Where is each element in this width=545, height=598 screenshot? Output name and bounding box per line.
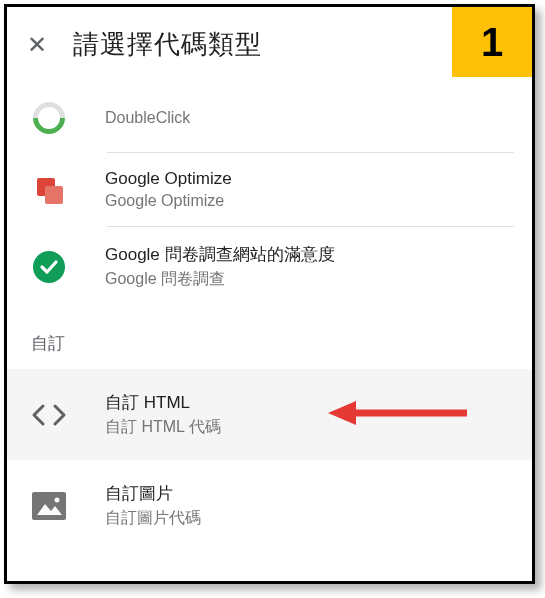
tag-type-google-optimize[interactable]: Google Optimize Google Optimize [7, 153, 532, 226]
item-subtitle: 自訂 HTML 代碼 [105, 417, 512, 438]
image-icon [31, 488, 67, 524]
item-subtitle: 自訂圖片代碼 [105, 508, 512, 529]
code-icon [31, 397, 67, 433]
section-header-custom: 自訂 [7, 306, 532, 369]
tag-type-doubleclick[interactable]: DoubleClick [7, 84, 532, 152]
tag-type-custom-image[interactable]: 自訂圖片 自訂圖片代碼 [7, 460, 532, 545]
item-title: 自訂圖片 [105, 482, 512, 505]
dialog-header: ✕ 請選擇代碼類型 [7, 7, 532, 84]
tag-type-google-surveys[interactable]: Google 問卷調查網站的滿意度 Google 問卷調查 [7, 227, 532, 306]
close-icon[interactable]: ✕ [27, 33, 47, 57]
item-subtitle: Google 問卷調查 [105, 269, 512, 290]
svg-rect-1 [45, 186, 63, 204]
item-subtitle: Google Optimize [105, 192, 512, 210]
svg-point-7 [55, 497, 60, 502]
svg-point-2 [33, 251, 65, 283]
tag-type-custom-html[interactable]: 自訂 HTML 自訂 HTML 代碼 [7, 369, 532, 460]
svg-rect-5 [32, 492, 66, 520]
doubleclick-icon [31, 100, 67, 136]
item-title: 自訂 HTML [105, 391, 512, 414]
check-circle-icon [31, 249, 67, 285]
dialog-title: 請選擇代碼類型 [73, 27, 262, 62]
item-subtitle: DoubleClick [105, 109, 512, 127]
optimize-icon [31, 172, 67, 208]
item-title: Google 問卷調查網站的滿意度 [105, 243, 512, 266]
item-title: Google Optimize [105, 169, 512, 189]
